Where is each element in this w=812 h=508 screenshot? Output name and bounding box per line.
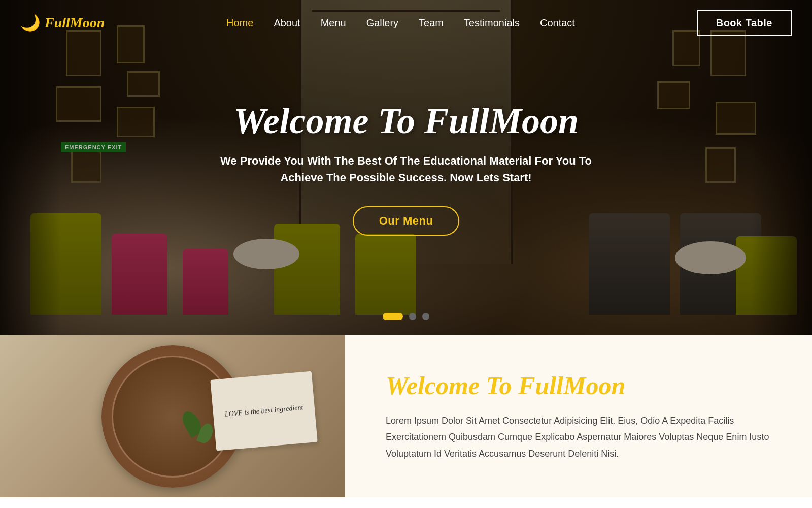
navbar: 🌙 FullMoon Home About Menu Gallery Team …: [0, 0, 812, 46]
hero-title: Welcome To FullMoon: [233, 100, 579, 142]
nav-link-gallery[interactable]: Gallery: [366, 17, 398, 28]
carousel-dot-2[interactable]: [409, 313, 416, 320]
nav-link-home[interactable]: Home: [226, 17, 253, 28]
about-title: Welcome To FullMoon: [386, 371, 771, 400]
moon-icon: 🌙: [20, 13, 41, 33]
nav-link-testimonials[interactable]: Testimonials: [464, 17, 520, 28]
nav-item-team[interactable]: Team: [419, 17, 444, 29]
nav-link-menu[interactable]: Menu: [321, 17, 346, 28]
nav-link-contact[interactable]: Contact: [540, 17, 575, 28]
hero-subtitle: We Provide You With The Best Of The Educ…: [203, 152, 609, 186]
hero-section: EMERGENCY EXIT 🌙 FullMoon Home About Men…: [0, 0, 812, 335]
brand-name: FullMoon: [45, 15, 105, 31]
carousel-dot-1[interactable]: [383, 313, 403, 320]
about-section: LOVE is the best ingredient Welcome To F…: [0, 335, 812, 497]
our-menu-button[interactable]: Our Menu: [353, 206, 460, 236]
nav-item-about[interactable]: About: [274, 17, 300, 29]
nav-links: Home About Menu Gallery Team Testimonial…: [226, 17, 575, 29]
carousel-dots: [383, 313, 429, 320]
nav-item-menu[interactable]: Menu: [321, 17, 346, 29]
hero-content: Welcome To FullMoon We Provide You With …: [0, 0, 812, 335]
napkin-text: LOVE is the best ingredient: [210, 371, 317, 451]
book-table-button[interactable]: Book Table: [697, 10, 792, 36]
nav-link-team[interactable]: Team: [419, 17, 444, 28]
about-text-area: Welcome To FullMoon Lorem Ipsum Dolor Si…: [345, 335, 812, 497]
about-image: LOVE is the best ingredient: [0, 335, 345, 497]
nav-item-contact[interactable]: Contact: [540, 17, 575, 29]
nav-link-about[interactable]: About: [274, 17, 300, 28]
logo[interactable]: 🌙 FullMoon: [20, 13, 105, 33]
carousel-dot-3[interactable]: [422, 313, 429, 320]
nav-item-home[interactable]: Home: [226, 17, 253, 29]
nav-item-gallery[interactable]: Gallery: [366, 17, 398, 29]
about-body: Lorem Ipsum Dolor Sit Amet Consectetur A…: [386, 412, 771, 462]
nav-item-testimonials[interactable]: Testimonials: [464, 17, 520, 29]
